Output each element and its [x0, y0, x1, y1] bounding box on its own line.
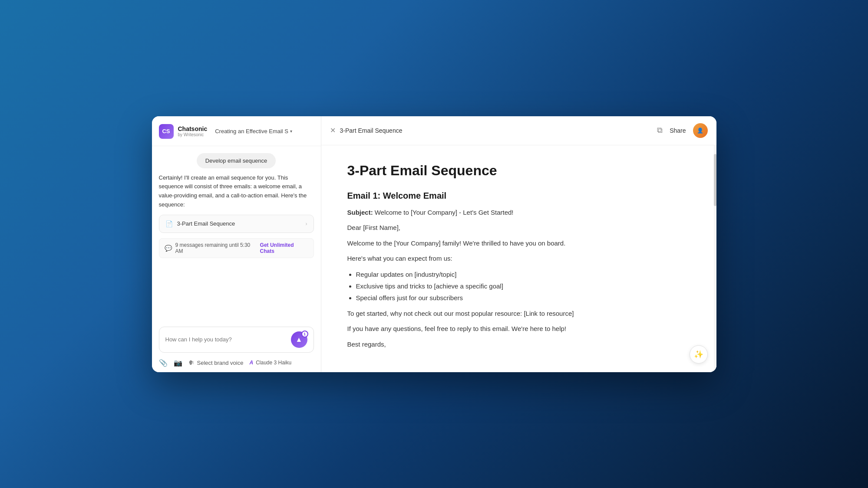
copy-icon[interactable]: ⧉	[657, 126, 663, 135]
email1-body: Subject: Welcome to [Your Company] - Let…	[347, 207, 690, 350]
magic-icon: ✨	[694, 350, 703, 359]
chat-input-area: ▲ 1	[159, 327, 314, 353]
left-panel: CS Chatsonic by Writesonic Creating an E…	[152, 116, 321, 372]
send-arrow-icon: ▲	[296, 336, 303, 344]
subject-line: Subject: Welcome to [Your Company] - Let…	[347, 207, 690, 218]
bullet-item: Special offers just for our subscribers	[356, 292, 690, 304]
chat-input[interactable]	[165, 336, 291, 343]
bullet-list: Regular updates on [industry/topic] Excl…	[356, 269, 690, 304]
model-icon: A	[249, 360, 253, 366]
messages-remaining-text: 9 messages remaining until 5:30 AM	[175, 242, 257, 254]
para4-text: If you have any questions, feel free to …	[347, 323, 690, 334]
para1-text: Welcome to the [Your Company] family! We…	[347, 238, 690, 249]
artifact-arrow-icon: ›	[306, 221, 307, 227]
brand-voice-button[interactable]: 🗣 Select brand voice	[188, 359, 244, 366]
toolbar-row: 📎 📷 🗣 Select brand voice A Claude 3 Haik…	[152, 356, 321, 372]
send-button[interactable]: ▲ 1	[291, 331, 307, 348]
app-subtitle: by Writesonic	[178, 132, 208, 137]
bullet-item: Regular updates on [industry/topic]	[356, 269, 690, 280]
conversation-title-text: Creating an Effective Email S	[215, 128, 288, 134]
chat-bubble-icon: 💬	[165, 245, 172, 252]
user-avatar: 👤	[693, 123, 708, 138]
artifact-card[interactable]: 📄 3-Part Email Sequence ›	[159, 215, 314, 233]
messages-banner: 💬 9 messages remaining until 5:30 AM Get…	[159, 238, 314, 258]
para2-text: Here's what you can expect from us:	[347, 253, 690, 264]
app-title-block: Chatsonic by Writesonic	[178, 125, 208, 137]
artifact-title: 3-Part Email Sequence	[177, 220, 235, 227]
header-actions: ⧉ Share 👤	[657, 123, 707, 138]
sign-off-text: Best regards,	[347, 339, 690, 350]
para3-text: To get started, why not check out our mo…	[347, 308, 690, 319]
document-main-title: 3-Part Email Sequence	[347, 163, 690, 179]
chat-body: Develop email sequence Certainly! I'll c…	[152, 146, 321, 327]
greeting-text: Dear [First Name],	[347, 222, 690, 233]
subject-text: Welcome to [Your Company] - Let's Get St…	[375, 209, 514, 216]
cs-logo-icon: CS	[159, 124, 174, 139]
voice-icon: 🗣	[188, 359, 195, 366]
brand-voice-label: Select brand voice	[197, 360, 244, 366]
camera-icon[interactable]: 📷	[174, 359, 182, 367]
document-title: 3-Part Email Sequence	[340, 127, 403, 134]
notification-badge: 1	[301, 331, 308, 337]
develop-email-button[interactable]: Develop email sequence	[197, 153, 276, 168]
right-header: ✕ 3-Part Email Sequence ⧉ Share 👤	[321, 116, 716, 145]
attach-icon[interactable]: 📎	[159, 359, 168, 367]
scrollbar-track	[714, 145, 716, 372]
share-button[interactable]: Share	[670, 127, 686, 134]
conversation-title-btn[interactable]: Creating an Effective Email S ▾	[215, 128, 292, 134]
close-button[interactable]: ✕	[330, 126, 336, 134]
chevron-down-icon: ▾	[290, 129, 292, 134]
magic-button[interactable]: ✨	[690, 345, 708, 364]
model-label: Claude 3 Haiku	[256, 360, 291, 366]
email1-section-title: Email 1: Welcome Email	[347, 191, 690, 201]
input-row: ▲ 1	[165, 331, 307, 348]
bullet-item: Exclusive tips and tricks to [achieve a …	[356, 280, 690, 292]
ai-response-text: Certainly! I'll create an email sequence…	[159, 174, 314, 210]
document-content: 3-Part Email Sequence Email 1: Welcome E…	[321, 145, 716, 372]
model-selector[interactable]: A Claude 3 Haiku	[249, 360, 291, 366]
left-header: CS Chatsonic by Writesonic Creating an E…	[152, 116, 321, 146]
app-name: Chatsonic	[178, 125, 208, 132]
scrollbar-thumb[interactable]	[714, 154, 716, 206]
subject-label: Subject:	[347, 209, 373, 216]
right-panel: ✕ 3-Part Email Sequence ⧉ Share 👤 3-Part…	[321, 116, 716, 372]
document-icon: 📄	[165, 220, 173, 227]
app-window: CS Chatsonic by Writesonic Creating an E…	[152, 116, 716, 372]
get-unlimited-chats-link[interactable]: Get Unlimited Chats	[260, 242, 308, 254]
